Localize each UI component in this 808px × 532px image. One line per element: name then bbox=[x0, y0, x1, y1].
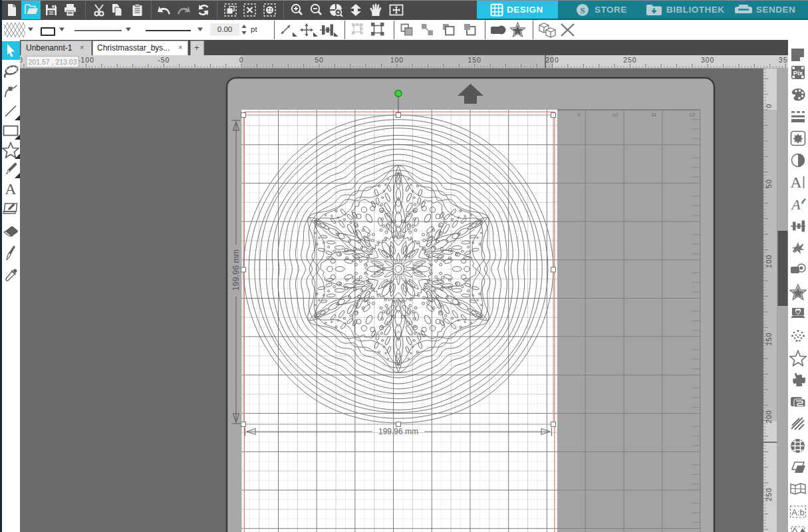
svg-text:250: 250 bbox=[623, 56, 637, 64]
svg-text:200: 200 bbox=[545, 56, 559, 64]
svg-text:250: 250 bbox=[765, 487, 773, 501]
svg-text:9: 9 bbox=[577, 112, 581, 118]
svg-text:A:b: A:b bbox=[791, 507, 805, 517]
svg-text:A: A bbox=[5, 182, 17, 196]
svg-text:200: 200 bbox=[765, 410, 773, 424]
svg-text:199.96 mm: 199.96 mm bbox=[231, 249, 241, 291]
svg-text:Pix: Pix bbox=[793, 69, 803, 76]
svg-text:50: 50 bbox=[315, 56, 324, 64]
svg-text:A: A bbox=[790, 197, 801, 211]
svg-text:350: 350 bbox=[779, 56, 788, 64]
svg-text:150: 150 bbox=[468, 56, 481, 64]
svg-text:11: 11 bbox=[651, 112, 657, 118]
svg-text:10: 10 bbox=[612, 112, 618, 118]
svg-text:150: 150 bbox=[765, 332, 773, 346]
svg-text:50: 50 bbox=[765, 179, 773, 188]
svg-text:199.96 mm: 199.96 mm bbox=[378, 427, 418, 436]
svg-text:A: A bbox=[790, 175, 802, 190]
svg-text:0: 0 bbox=[239, 56, 244, 64]
svg-text:-100: -100 bbox=[78, 56, 94, 64]
svg-text:100: 100 bbox=[765, 255, 773, 269]
svg-text:300: 300 bbox=[701, 56, 715, 64]
svg-text:201.57 , 213.03: 201.57 , 213.03 bbox=[29, 58, 77, 66]
svg-text:S: S bbox=[580, 5, 585, 15]
svg-text:0: 0 bbox=[765, 104, 773, 108]
svg-text:-50: -50 bbox=[158, 56, 170, 64]
svg-text:12: 12 bbox=[689, 112, 695, 118]
svg-text:100: 100 bbox=[390, 56, 404, 64]
